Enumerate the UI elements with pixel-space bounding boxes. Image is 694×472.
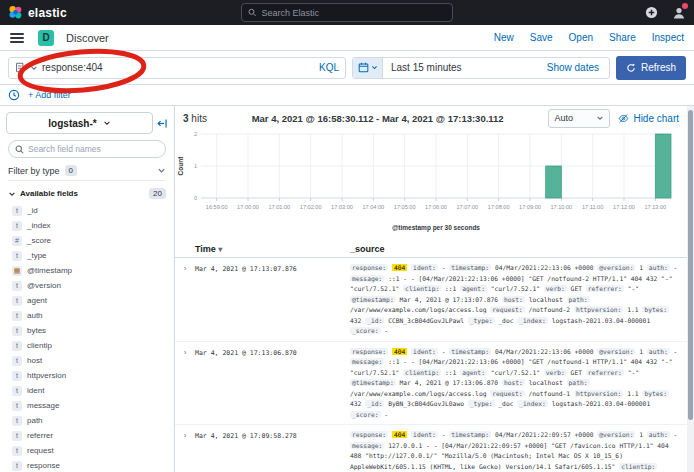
help-icon[interactable]	[644, 5, 659, 20]
field-item-message[interactable]: tmessage	[0, 398, 174, 413]
time-column-header[interactable]: Time ▾	[175, 244, 350, 254]
field-item-bytes[interactable]: tbytes	[0, 323, 174, 338]
discover-app-icon[interactable]: D	[38, 30, 54, 46]
chevron-down-icon	[8, 190, 16, 198]
histogram-bar[interactable]	[655, 134, 671, 198]
field-item-agent[interactable]: tagent	[0, 293, 174, 308]
field-item-timestamp[interactable]: ▦@timestamp	[0, 263, 174, 278]
hide-chart-button[interactable]: Hide chart	[618, 113, 679, 124]
x-tick-label: 17:12:00	[613, 204, 635, 210]
refresh-button[interactable]: Refresh	[616, 56, 686, 80]
fields-sidebar: logstash-* Filter by	[0, 106, 175, 472]
field-key-badge: timestamp:	[449, 264, 491, 271]
field-key-badge: response:	[350, 431, 388, 438]
show-dates-button[interactable]: Show dates	[547, 62, 609, 73]
calendar-button[interactable]	[353, 58, 383, 78]
discover-page: elastic	[0, 0, 694, 472]
user-avatar[interactable]	[671, 5, 686, 20]
x-tick-label: 17:00:00	[237, 204, 259, 210]
field-name: bytes	[27, 326, 46, 335]
field-key-badge: bytes:	[642, 306, 669, 313]
field-item-ident[interactable]: tident	[0, 383, 174, 398]
histogram-bar[interactable]	[546, 166, 562, 198]
y-tick-label: 1	[194, 163, 197, 169]
field-name: @version	[27, 281, 61, 290]
sort-desc-icon: ▾	[218, 245, 222, 254]
expand-row-icon[interactable]: ›	[175, 430, 195, 472]
field-name: response	[27, 461, 60, 470]
interval-select[interactable]: Auto	[548, 109, 610, 128]
field-item-id[interactable]: t_id	[0, 203, 174, 218]
collapse-sidebar-icon[interactable]	[157, 118, 168, 129]
expand-row-icon[interactable]: ›	[175, 263, 195, 337]
scrollbar-thumb[interactable]	[688, 110, 693, 420]
vertical-scrollbar[interactable]	[687, 106, 694, 472]
filter-by-type[interactable]: Filter by type 0	[8, 164, 166, 181]
date-field-icon: ▦	[12, 266, 22, 276]
string-field-icon: t	[12, 296, 22, 306]
string-field-icon: t	[12, 461, 22, 471]
saved-filters-icon[interactable]	[8, 89, 20, 101]
field-item-version[interactable]: t@version	[0, 278, 174, 293]
x-tick-label: 17:13:00	[644, 204, 666, 210]
field-key-badge: message:	[350, 358, 384, 365]
saved-query-icon[interactable]	[15, 62, 26, 73]
time-range-value[interactable]: Last 15 minutes	[383, 62, 470, 73]
field-name: agent	[27, 296, 47, 305]
x-tick-label: 17:05:00	[394, 204, 416, 210]
top-menu-inspect-button[interactable]: Inspect	[652, 32, 684, 43]
menu-icon[interactable]	[10, 33, 24, 43]
field-item-request[interactable]: trequest	[0, 443, 174, 458]
table-row[interactable]: ›Mar 4, 2021 @ 17:13:07.876response: 404…	[175, 258, 687, 342]
index-pattern-select[interactable]: logstash-*	[6, 112, 153, 134]
chevron-down-icon[interactable]	[30, 64, 38, 72]
field-item-auth[interactable]: tauth	[0, 308, 174, 323]
field-name: ident	[27, 386, 44, 395]
filter-by-type-label: Filter by type	[8, 166, 60, 176]
date-picker: Last 15 minutes Show dates	[352, 57, 610, 79]
field-item-path[interactable]: tpath	[0, 413, 174, 428]
string-field-icon: t	[12, 356, 22, 366]
global-search-input[interactable]	[261, 8, 446, 18]
expand-row-icon[interactable]: ›	[175, 347, 195, 421]
field-key-badge: clientip:	[403, 285, 441, 292]
field-item-clientip[interactable]: tclientip	[0, 338, 174, 353]
field-item-host[interactable]: thost	[0, 353, 174, 368]
top-menu-open-button[interactable]: Open	[569, 32, 593, 43]
field-item-score[interactable]: #_score	[0, 233, 174, 248]
field-item-response[interactable]: tresponse	[0, 458, 174, 472]
query-bar: KQL Last 15 minutes Show dates	[0, 51, 694, 85]
field-key-badge: ident:	[411, 431, 438, 438]
query-language-button[interactable]: KQL	[319, 62, 339, 73]
table-row[interactable]: ›Mar 4, 2021 @ 17:13:06.870response: 404…	[175, 342, 687, 426]
y-tick-label: 0	[194, 195, 197, 201]
query-input[interactable]	[42, 62, 315, 73]
add-filter-button[interactable]: + Add filter	[28, 90, 71, 100]
top-menu-share-button[interactable]: Share	[609, 32, 636, 43]
field-key-badge: timestamp:	[449, 431, 491, 438]
elastic-logo[interactable]: elastic	[8, 5, 67, 20]
table-row[interactable]: ›Mar 4, 2021 @ 17:09:58.278response: 404…	[175, 425, 687, 472]
x-tick-label: 17:11:00	[582, 204, 603, 210]
field-name: _type	[27, 251, 47, 260]
y-tick-label: 2	[194, 131, 197, 137]
field-key-badge: _index:	[517, 317, 548, 324]
top-menu-new-button[interactable]: New	[494, 32, 514, 43]
doc-source: response: 404 ident: - timestamp: 04/Mar…	[350, 430, 687, 472]
field-key-badge: bytes:	[642, 390, 669, 397]
field-key-badge: verb:	[544, 285, 567, 292]
global-search[interactable]	[241, 3, 453, 22]
available-fields-header[interactable]: Available fields 20	[8, 188, 166, 199]
refresh-icon	[626, 63, 636, 73]
top-menu-save-button[interactable]: Save	[530, 32, 553, 43]
field-search-input[interactable]	[28, 144, 159, 154]
field-item-type[interactable]: t_type	[0, 248, 174, 263]
doc-source: response: 404 ident: - timestamp: 04/Mar…	[350, 263, 687, 337]
field-item-referrer[interactable]: treferrer	[0, 428, 174, 443]
query-input-box[interactable]: KQL	[8, 57, 346, 79]
doc-source: response: 404 ident: - timestamp: 04/Mar…	[350, 347, 687, 421]
field-item-httpversion[interactable]: thttpversion	[0, 368, 174, 383]
field-search-box[interactable]	[8, 140, 166, 158]
field-item-index[interactable]: t_index	[0, 218, 174, 233]
x-tick-label: 17:09:00	[519, 204, 541, 210]
